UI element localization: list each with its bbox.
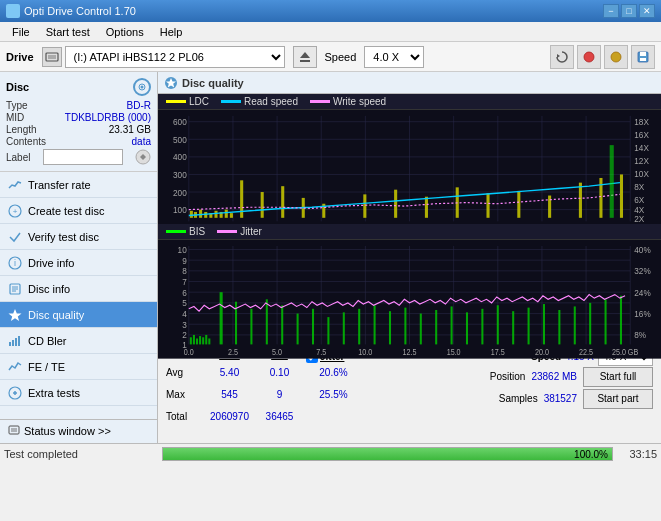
drive-icon [42,47,62,67]
svg-rect-181 [574,306,576,344]
svg-rect-173 [451,306,453,344]
sidebar-item-extra-tests[interactable]: Extra tests [0,380,157,406]
progress-percent: 100.0% [574,448,608,460]
svg-text:17.5: 17.5 [491,348,505,358]
svg-text:+: + [13,207,18,216]
start-full-button[interactable]: Start full [583,367,653,387]
menu-start-test[interactable]: Start test [38,24,98,40]
legend-read-color [221,100,241,103]
nav-label-disc-quality: Disc quality [28,309,84,321]
svg-rect-101 [599,178,602,218]
svg-text:100: 100 [173,205,187,216]
svg-rect-156 [205,335,207,344]
close-button[interactable]: ✕ [639,4,655,18]
svg-rect-98 [517,191,520,218]
speed-select[interactable]: 4.0 X [364,46,424,68]
svg-text:6: 6 [182,287,187,298]
svg-rect-158 [220,292,223,344]
svg-rect-1 [48,55,56,59]
stats-total-row: Total 2060970 36465 [158,410,661,423]
svg-text:16X: 16X [634,130,649,141]
maximize-button[interactable]: □ [621,4,637,18]
menu-options[interactable]: Options [98,24,152,40]
svg-rect-30 [9,426,19,434]
status-window-button[interactable]: Status window >> [0,419,157,443]
nav-label-create-test-disc: Create test disc [28,205,104,217]
minimize-button[interactable]: − [603,4,619,18]
sidebar-item-fe-te[interactable]: FE / TE [0,354,157,380]
nav-label-drive-info: Drive info [28,257,74,269]
refresh-button[interactable] [550,45,574,69]
disc-label-input[interactable] [43,149,123,165]
svg-text:8X: 8X [634,181,644,192]
legend-bis-color [166,230,186,233]
svg-rect-102 [620,174,623,217]
svg-rect-175 [481,309,483,345]
speed-label: Speed [325,51,357,63]
svg-rect-95 [425,197,428,218]
svg-rect-84 [214,211,217,218]
svg-rect-154 [199,336,201,344]
max-label: Max [166,389,202,409]
svg-text:12X: 12X [634,155,649,166]
svg-rect-93 [363,194,366,217]
nav-items: Transfer rate + Create test disc Verify … [0,172,157,419]
menu-help[interactable]: Help [152,24,191,40]
drive-action-icons [550,45,655,69]
stats-avg-row: Avg 5.40 0.10 20.6% Position 23862 MB St… [158,366,661,388]
svg-rect-9 [640,58,646,61]
svg-text:22.5: 22.5 [579,348,593,358]
action-btn-2[interactable] [604,45,628,69]
nav-label-transfer-rate: Transfer rate [28,179,91,191]
status-window-icon [8,425,20,437]
svg-rect-176 [497,305,499,344]
svg-rect-152 [193,335,195,344]
disc-contents-value: data [132,136,151,147]
disc-label-icon[interactable] [135,149,151,165]
top-chart: LDC Read speed Write speed [158,94,661,224]
drive-select[interactable]: (I:) ATAPI iHBS112 2 PL06 [65,46,285,68]
position-row: Position 23862 MB Start full [490,367,653,387]
svg-rect-157 [208,338,210,344]
progress-bar-container: 100.0% [162,447,613,461]
legend-bis: BIS [166,226,205,237]
svg-text:500: 500 [173,134,187,145]
sidebar-item-cd-bler[interactable]: CD Bler [0,328,157,354]
svg-rect-180 [558,310,560,344]
svg-text:6X: 6X [634,194,644,205]
disc-title: Disc [6,81,29,93]
disc-type-label: Type [6,100,28,111]
svg-rect-86 [225,210,228,218]
title-bar: Opti Drive Control 1.70 − □ ✕ [0,0,661,22]
svg-rect-94 [394,190,397,218]
svg-text:14X: 14X [634,143,649,154]
action-btn-1[interactable] [577,45,601,69]
legend-ldc: LDC [166,96,209,107]
sidebar-item-transfer-rate[interactable]: Transfer rate [0,172,157,198]
sidebar-item-disc-quality[interactable]: Disc quality [0,302,157,328]
svg-rect-87 [230,213,233,218]
svg-point-12 [141,86,144,89]
start-part-button[interactable]: Start part [583,389,653,409]
chart-title: Disc quality [182,77,244,89]
save-button[interactable] [631,45,655,69]
transfer-rate-icon [8,178,22,192]
disc-info-icon [8,282,22,296]
nav-label-verify-test-disc: Verify test disc [28,231,99,243]
eject-button[interactable] [293,46,317,68]
progress-bar-fill [163,448,612,460]
sidebar-item-drive-info[interactable]: i Drive info [0,250,157,276]
svg-rect-183 [605,299,607,344]
sidebar-item-verify-test-disc[interactable]: Verify test disc [0,224,157,250]
cd-bler-icon [8,334,22,348]
svg-text:7: 7 [182,276,187,287]
svg-rect-103 [610,145,614,218]
menu-file[interactable]: File [4,24,38,40]
top-chart-legend: LDC Read speed Write speed [158,94,661,110]
sidebar-item-create-test-disc[interactable]: + Create test disc [0,198,157,224]
svg-rect-81 [199,210,202,218]
svg-rect-153 [196,338,198,344]
progress-status-label: Test completed [4,448,78,460]
total-bis: 36465 [257,411,302,422]
sidebar-item-disc-info[interactable]: Disc info [0,276,157,302]
